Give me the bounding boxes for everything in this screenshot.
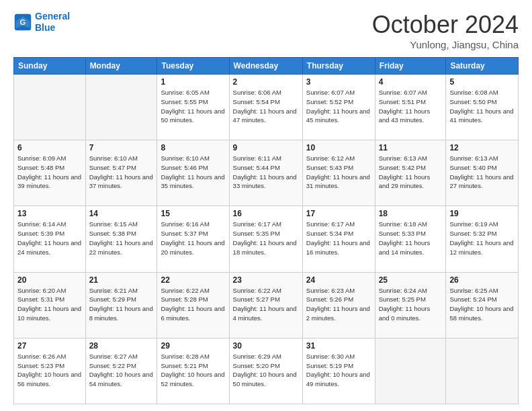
- calendar-cell: 17Sunrise: 6:17 AMSunset: 5:34 PMDayligh…: [302, 206, 375, 272]
- calendar-cell: 30Sunrise: 6:29 AMSunset: 5:20 PMDayligh…: [229, 338, 302, 404]
- calendar-cell: 11Sunrise: 6:13 AMSunset: 5:42 PMDayligh…: [375, 140, 446, 206]
- weekday-header-tuesday: Tuesday: [157, 58, 229, 75]
- calendar-cell: 3Sunrise: 6:07 AMSunset: 5:52 PMDaylight…: [302, 75, 375, 140]
- calendar-cell: [85, 75, 157, 140]
- calendar-cell: 2Sunrise: 6:06 AMSunset: 5:54 PMDaylight…: [229, 75, 302, 140]
- day-number: 13: [17, 209, 82, 218]
- day-info: Sunrise: 6:12 AMSunset: 5:43 PMDaylight:…: [306, 154, 371, 191]
- day-info: Sunrise: 6:26 AMSunset: 5:23 PMDaylight:…: [17, 352, 82, 389]
- weekday-header-sunday: Sunday: [14, 58, 86, 75]
- day-info: Sunrise: 6:13 AMSunset: 5:42 PMDaylight:…: [379, 154, 443, 191]
- day-number: 6: [17, 143, 82, 152]
- day-info: Sunrise: 6:08 AMSunset: 5:50 PMDaylight:…: [449, 88, 515, 125]
- day-info: Sunrise: 6:09 AMSunset: 5:48 PMDaylight:…: [17, 154, 82, 191]
- calendar-cell: 5Sunrise: 6:08 AMSunset: 5:50 PMDaylight…: [446, 75, 519, 140]
- calendar-cell: [446, 338, 519, 404]
- weekday-header-thursday: Thursday: [302, 58, 375, 75]
- logo-text: General Blue: [35, 11, 70, 34]
- day-number: 10: [306, 143, 371, 152]
- weekday-header-monday: Monday: [85, 58, 157, 75]
- calendar-cell: 16Sunrise: 6:17 AMSunset: 5:35 PMDayligh…: [229, 206, 302, 272]
- calendar-cell: 26Sunrise: 6:25 AMSunset: 5:24 PMDayligh…: [446, 272, 519, 338]
- day-info: Sunrise: 6:10 AMSunset: 5:47 PMDaylight:…: [89, 154, 154, 191]
- day-info: Sunrise: 6:24 AMSunset: 5:25 PMDaylight:…: [379, 286, 443, 323]
- calendar-cell: 15Sunrise: 6:16 AMSunset: 5:37 PMDayligh…: [157, 206, 229, 272]
- day-number: 14: [89, 209, 154, 218]
- month-title: October 2024: [372, 11, 519, 39]
- calendar-cell: 21Sunrise: 6:21 AMSunset: 5:29 PMDayligh…: [85, 272, 157, 338]
- day-info: Sunrise: 6:07 AMSunset: 5:52 PMDaylight:…: [306, 88, 371, 125]
- logo-icon: G: [13, 13, 32, 32]
- day-number: 16: [233, 209, 299, 218]
- calendar-cell: 4Sunrise: 6:07 AMSunset: 5:51 PMDaylight…: [375, 75, 446, 140]
- day-info: Sunrise: 6:17 AMSunset: 5:34 PMDaylight:…: [306, 220, 371, 257]
- day-number: 3: [306, 77, 371, 87]
- calendar-table: SundayMondayTuesdayWednesdayThursdayFrid…: [13, 57, 519, 404]
- day-number: 11: [379, 143, 443, 152]
- calendar-cell: 19Sunrise: 6:19 AMSunset: 5:32 PMDayligh…: [446, 206, 519, 272]
- calendar-cell: 25Sunrise: 6:24 AMSunset: 5:25 PMDayligh…: [375, 272, 446, 338]
- day-info: Sunrise: 6:17 AMSunset: 5:35 PMDaylight:…: [233, 220, 299, 257]
- calendar-cell: 1Sunrise: 6:05 AMSunset: 5:55 PMDaylight…: [157, 75, 229, 140]
- calendar-cell: [375, 338, 446, 404]
- day-info: Sunrise: 6:22 AMSunset: 5:28 PMDaylight:…: [161, 286, 225, 323]
- day-number: 22: [161, 275, 225, 285]
- calendar-cell: 7Sunrise: 6:10 AMSunset: 5:47 PMDaylight…: [85, 140, 157, 206]
- calendar-cell: 27Sunrise: 6:26 AMSunset: 5:23 PMDayligh…: [14, 338, 86, 404]
- day-info: Sunrise: 6:19 AMSunset: 5:32 PMDaylight:…: [449, 220, 515, 257]
- day-number: 20: [17, 275, 82, 285]
- day-info: Sunrise: 6:06 AMSunset: 5:54 PMDaylight:…: [233, 88, 299, 125]
- calendar-cell: 31Sunrise: 6:30 AMSunset: 5:19 PMDayligh…: [302, 338, 375, 404]
- calendar-cell: 24Sunrise: 6:23 AMSunset: 5:26 PMDayligh…: [302, 272, 375, 338]
- day-number: 19: [449, 209, 515, 218]
- day-number: 4: [379, 77, 443, 87]
- day-number: 29: [161, 341, 225, 351]
- week-row-2: 6Sunrise: 6:09 AMSunset: 5:48 PMDaylight…: [14, 140, 519, 206]
- day-info: Sunrise: 6:11 AMSunset: 5:44 PMDaylight:…: [233, 154, 299, 191]
- day-info: Sunrise: 6:22 AMSunset: 5:27 PMDaylight:…: [233, 286, 299, 323]
- calendar-cell: 14Sunrise: 6:15 AMSunset: 5:38 PMDayligh…: [85, 206, 157, 272]
- calendar-cell: 18Sunrise: 6:18 AMSunset: 5:33 PMDayligh…: [375, 206, 446, 272]
- weekday-header-wednesday: Wednesday: [229, 58, 302, 75]
- calendar-cell: [14, 75, 86, 140]
- calendar-cell: 13Sunrise: 6:14 AMSunset: 5:39 PMDayligh…: [14, 206, 86, 272]
- day-info: Sunrise: 6:29 AMSunset: 5:20 PMDaylight:…: [233, 352, 299, 389]
- day-number: 21: [89, 275, 154, 285]
- weekday-header-row: SundayMondayTuesdayWednesdayThursdayFrid…: [14, 58, 519, 75]
- week-row-5: 27Sunrise: 6:26 AMSunset: 5:23 PMDayligh…: [14, 338, 519, 404]
- day-number: 12: [449, 143, 515, 152]
- calendar-cell: 9Sunrise: 6:11 AMSunset: 5:44 PMDaylight…: [229, 140, 302, 206]
- day-number: 2: [233, 77, 299, 87]
- day-info: Sunrise: 6:15 AMSunset: 5:38 PMDaylight:…: [89, 220, 154, 257]
- day-info: Sunrise: 6:27 AMSunset: 5:22 PMDaylight:…: [89, 352, 154, 389]
- day-info: Sunrise: 6:16 AMSunset: 5:37 PMDaylight:…: [161, 220, 225, 257]
- logo: G General Blue: [13, 11, 70, 34]
- title-block: October 2024 Yunlong, Jiangsu, China: [372, 11, 519, 50]
- day-info: Sunrise: 6:07 AMSunset: 5:51 PMDaylight:…: [379, 88, 443, 125]
- day-number: 1: [161, 77, 225, 87]
- day-info: Sunrise: 6:18 AMSunset: 5:33 PMDaylight:…: [379, 220, 443, 257]
- svg-text:G: G: [20, 17, 26, 26]
- calendar-cell: 6Sunrise: 6:09 AMSunset: 5:48 PMDaylight…: [14, 140, 86, 206]
- calendar-cell: 12Sunrise: 6:13 AMSunset: 5:40 PMDayligh…: [446, 140, 519, 206]
- calendar-cell: 28Sunrise: 6:27 AMSunset: 5:22 PMDayligh…: [85, 338, 157, 404]
- day-number: 8: [161, 143, 225, 152]
- day-number: 5: [449, 77, 515, 87]
- day-info: Sunrise: 6:13 AMSunset: 5:40 PMDaylight:…: [449, 154, 515, 191]
- weekday-header-saturday: Saturday: [446, 58, 519, 75]
- day-number: 17: [306, 209, 371, 218]
- day-number: 25: [379, 275, 443, 285]
- day-number: 31: [306, 341, 371, 351]
- calendar-cell: 29Sunrise: 6:28 AMSunset: 5:21 PMDayligh…: [157, 338, 229, 404]
- day-info: Sunrise: 6:23 AMSunset: 5:26 PMDaylight:…: [306, 286, 371, 323]
- day-number: 27: [17, 341, 82, 351]
- day-info: Sunrise: 6:21 AMSunset: 5:29 PMDaylight:…: [89, 286, 154, 323]
- page: G General Blue October 2024 Yunlong, Jia…: [0, 0, 532, 411]
- day-number: 9: [233, 143, 299, 152]
- day-number: 18: [379, 209, 443, 218]
- day-info: Sunrise: 6:10 AMSunset: 5:46 PMDaylight:…: [161, 154, 225, 191]
- day-number: 23: [233, 275, 299, 285]
- day-number: 28: [89, 341, 154, 351]
- day-info: Sunrise: 6:28 AMSunset: 5:21 PMDaylight:…: [161, 352, 225, 389]
- calendar-cell: 23Sunrise: 6:22 AMSunset: 5:27 PMDayligh…: [229, 272, 302, 338]
